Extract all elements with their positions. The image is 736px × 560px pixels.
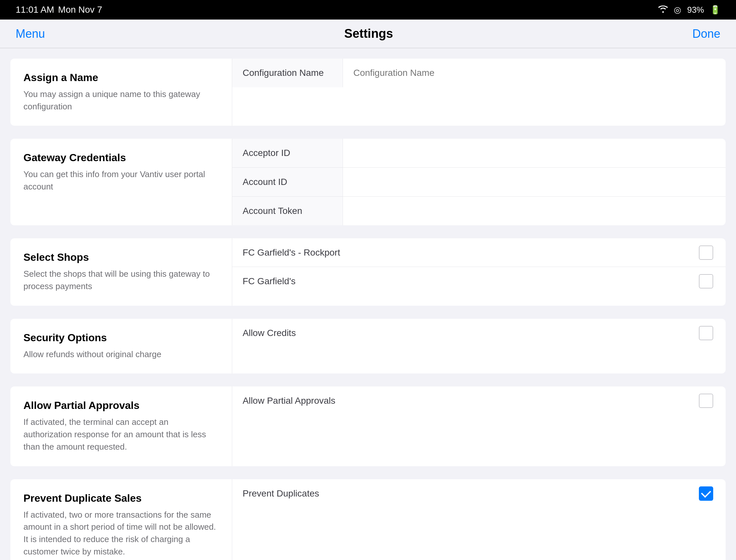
checkbox-checked-icon-prevent-dupes (699, 486, 713, 501)
section-select-shops: Select ShopsSelect the shops that will b… (10, 238, 726, 305)
section-title-select-shops: Select Shops (23, 251, 219, 263)
input-field-account-token[interactable] (343, 197, 726, 225)
input-field-acceptor-id[interactable] (343, 139, 726, 167)
status-bar-right: ◎ 93% 🔋 (658, 5, 720, 15)
section-title-assign-name: Assign a Name (23, 72, 219, 84)
section-title-partial-approvals: Allow Partial Approvals (23, 399, 219, 412)
input-row-account-id: Account ID (232, 168, 726, 197)
status-bar: 11:01 AM Mon Nov 7 ◎ 93% 🔋 (0, 0, 736, 20)
input-row-account-token: Account Token (232, 197, 726, 225)
checkbox-label-shop-garfields: FC Garfield's (243, 276, 296, 287)
done-button[interactable]: Done (692, 24, 720, 43)
checkbox-row-prevent-dupes: Prevent Duplicates (232, 479, 726, 508)
section-title-security-options: Security Options (23, 332, 219, 344)
checkbox-row-shop-garfields: FC Garfield's (232, 267, 726, 296)
section-partial-approvals: Allow Partial ApprovalsIf activated, the… (10, 386, 726, 466)
section-desc-partial-approvals: If activated, the terminal can accept an… (23, 416, 219, 453)
section-title-gateway-credentials: Gateway Credentials (23, 152, 219, 164)
checkbox-shop-garfields[interactable] (697, 272, 715, 290)
status-bar-left: 11:01 AM Mon Nov 7 (16, 5, 102, 15)
checkbox-allow-partial[interactable] (697, 392, 715, 410)
section-title-prevent-duplicates: Prevent Duplicate Sales (23, 492, 219, 504)
time: 11:01 AM (16, 5, 54, 15)
input-field-config-name[interactable] (343, 59, 726, 87)
checkbox-row-allow-partial: Allow Partial Approvals (232, 386, 726, 415)
section-desc-gateway-credentials: You can get this info from your Vantiv u… (23, 168, 219, 193)
checkbox-label-allow-credits: Allow Credits (243, 328, 296, 338)
date: Mon Nov 7 (58, 5, 102, 15)
section-assign-name: Assign a NameYou may assign a unique nam… (10, 59, 726, 126)
input-label-acceptor-id: Acceptor ID (232, 139, 343, 167)
checkbox-unchecked-icon-shop-garfields (699, 274, 713, 288)
checkbox-prevent-dupes[interactable] (697, 484, 715, 503)
page-title: Settings (344, 27, 393, 41)
input-label-account-id: Account ID (232, 168, 343, 196)
section-gateway-credentials: Gateway CredentialsYou can get this info… (10, 139, 726, 225)
checkbox-unchecked-icon-allow-partial (699, 394, 713, 408)
section-security-options: Security OptionsAllow refunds without or… (10, 319, 726, 374)
wifi-icon (658, 5, 668, 15)
menu-button[interactable]: Menu (16, 24, 45, 43)
main-content: Assign a NameYou may assign a unique nam… (0, 48, 736, 560)
checkbox-unchecked-icon-shop-rockport (699, 245, 713, 260)
checkbox-unchecked-icon-allow-credits (699, 326, 713, 340)
input-field-account-id[interactable] (343, 168, 726, 196)
section-desc-prevent-duplicates: If activated, two or more transactions f… (23, 509, 219, 558)
battery-icon: 🔋 (710, 5, 720, 15)
battery-text: 93% (687, 5, 704, 15)
checkbox-label-shop-rockport: FC Garfield's - Rockport (243, 247, 340, 258)
input-row-acceptor-id: Acceptor ID (232, 139, 726, 168)
checkbox-allow-credits[interactable] (697, 324, 715, 342)
nav-bar: Menu Settings Done (0, 20, 736, 48)
input-label-account-token: Account Token (232, 197, 343, 225)
section-desc-select-shops: Select the shops that will be using this… (23, 268, 219, 292)
section-desc-assign-name: You may assign a unique name to this gat… (23, 88, 219, 113)
section-prevent-duplicates: Prevent Duplicate SalesIf activated, two… (10, 479, 726, 560)
input-label-config-name: Configuration Name (232, 59, 343, 87)
input-row-config-name: Configuration Name (232, 59, 726, 87)
target-icon: ◎ (674, 5, 681, 15)
checkbox-label-allow-partial: Allow Partial Approvals (243, 396, 335, 406)
checkbox-shop-rockport[interactable] (697, 244, 715, 262)
checkbox-row-shop-rockport: FC Garfield's - Rockport (232, 238, 726, 267)
checkbox-label-prevent-dupes: Prevent Duplicates (243, 488, 319, 499)
section-desc-security-options: Allow refunds without original charge (23, 348, 219, 361)
checkbox-row-allow-credits: Allow Credits (232, 319, 726, 347)
